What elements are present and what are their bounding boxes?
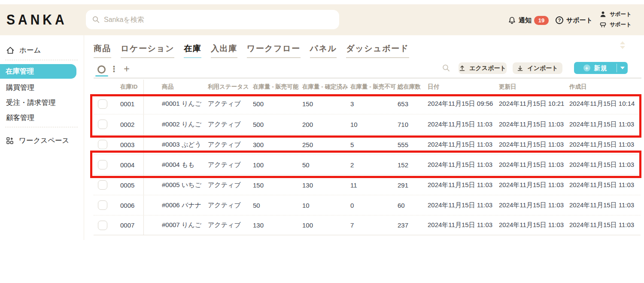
cell-updated: 2024年11月15日 10:21 xyxy=(497,100,568,108)
user-name: サポート xyxy=(610,11,632,18)
cell-total: 653 xyxy=(396,100,426,108)
user-menu[interactable]: サポート サポート xyxy=(599,10,632,29)
row-checkbox[interactable] xyxy=(98,180,107,190)
table-row-0002[interactable]: 0002#0002 りんごアクティブ500200107102024年11月15日… xyxy=(94,114,641,134)
sidebar-item-label: ホーム xyxy=(19,46,41,55)
checkbox-cell xyxy=(94,215,117,235)
tab-5[interactable]: パネル xyxy=(310,43,337,58)
checkbox-cell xyxy=(94,94,117,114)
column-header-id: 在庫ID xyxy=(117,80,144,94)
sidebar-item-home[interactable]: ホーム xyxy=(0,45,41,56)
chevron-down-icon xyxy=(620,67,625,69)
sidebar-item-label: 購買管理 xyxy=(6,83,34,92)
cell-available: 300 xyxy=(251,141,301,148)
cell-updated: 2024年11月15日 11:03 xyxy=(497,120,568,129)
row-checkbox[interactable] xyxy=(98,99,107,109)
table-body: 0001#0001 りんごアクティブ50015036532024年11月15日 … xyxy=(94,94,641,235)
new-button-main[interactable]: + 新規 xyxy=(574,62,617,74)
cell-available: 500 xyxy=(251,100,301,108)
import-button[interactable]: インポート xyxy=(513,62,562,74)
header-checkbox-cell xyxy=(94,80,117,94)
cell-status: アクティブ xyxy=(206,120,251,129)
table-row-0003[interactable]: 0003#0003 ぶどうアクティブ30025055552024年11月15日 … xyxy=(94,134,641,154)
cell-available: 150 xyxy=(251,181,301,189)
cell-updated: 2024年11月15日 11:03 xyxy=(497,181,568,189)
cell-updated: 2024年11月15日 11:03 xyxy=(497,141,568,149)
add-view-button[interactable]: + xyxy=(124,63,130,75)
sidebar-item-workspace[interactable]: ワークスペース xyxy=(0,135,69,146)
column-header-date: 日付 xyxy=(426,83,497,91)
sidebar-item-label: 受注・請求管理 xyxy=(6,98,56,108)
cell-id: 0004 xyxy=(117,155,144,175)
row-checkbox[interactable] xyxy=(98,160,107,169)
table-row-0006[interactable]: 0006#0006 バナナアクティブ50100602024年11月15日 11:… xyxy=(94,195,641,215)
bell-icon xyxy=(508,16,516,25)
column-header-product: 商品 xyxy=(144,83,206,91)
app-window: SANKA 通知 19 ? サポート サポート xyxy=(0,0,644,283)
cell-created: 2024年11月15日 11:03 xyxy=(568,120,641,129)
cell-date: 2024年11月15日 11:03 xyxy=(426,201,497,209)
cell-available: 130 xyxy=(251,221,301,229)
cell-available: 50 xyxy=(251,202,301,209)
table-search-icon[interactable] xyxy=(442,64,450,72)
help-label: サポート xyxy=(566,16,592,25)
tab-1[interactable]: ロケーション xyxy=(121,43,174,58)
sidebar-item-customers[interactable]: 顧客管理 xyxy=(0,112,34,123)
sidebar-item-label: 在庫管理 xyxy=(6,67,34,76)
cell-available: 500 xyxy=(251,121,301,128)
notifications-label: 通知 xyxy=(519,16,532,25)
new-button[interactable]: + 新規 xyxy=(574,62,628,74)
row-checkbox[interactable] xyxy=(98,120,107,129)
tab-6[interactable]: ダッシュボード xyxy=(346,43,409,58)
export-button[interactable]: エクスポート xyxy=(459,62,507,74)
help-button[interactable]: ? サポート xyxy=(556,15,592,25)
tab-0[interactable]: 商品 xyxy=(94,43,111,58)
tab-3[interactable]: 入出庫 xyxy=(211,43,237,58)
cell-product: #0003 ぶどう xyxy=(144,141,206,149)
sidebar-divider xyxy=(5,60,78,60)
download-icon xyxy=(517,65,523,71)
sidebar: ホーム 在庫管理 購買管理 受注・請求管理 顧客管理 ワークスペース xyxy=(0,35,84,240)
column-header-status: 利用ステータス xyxy=(206,83,251,91)
cell-total: 152 xyxy=(396,161,426,169)
cell-status: アクティブ xyxy=(206,181,251,189)
table-row-0005[interactable]: 0005#0005 いちごアクティブ150130112912024年11月15日… xyxy=(94,175,641,195)
cell-id: 0002 xyxy=(117,114,144,134)
cell-unavailable: 3 xyxy=(349,100,396,108)
cell-created: 2024年11月15日 11:03 xyxy=(568,181,641,189)
table-row-0004[interactable]: 0004#0004 ももアクティブ1005021522024年11月15日 11… xyxy=(94,154,641,175)
column-header-unavailable: 在庫量 - 販売不可 xyxy=(349,83,396,91)
cell-committed: 150 xyxy=(301,100,349,108)
kebab-menu-icon[interactable]: ⋮ xyxy=(110,64,118,74)
org-row: サポート xyxy=(599,20,632,29)
tab-4[interactable]: ワークフロー xyxy=(247,43,301,58)
table-row-0001[interactable]: 0001#0001 りんごアクティブ50015036532024年11月15日 … xyxy=(94,94,641,114)
cell-updated: 2024年11月15日 11:03 xyxy=(497,221,568,229)
table-row-0007[interactable]: 0007#0007 りんごアクティブ13010072372024年11月15日 … xyxy=(94,215,641,235)
notifications-button[interactable]: 通知 19 xyxy=(508,15,549,26)
row-checkbox[interactable] xyxy=(98,140,107,149)
import-label: インポート xyxy=(527,65,558,72)
cell-total: 710 xyxy=(396,121,426,128)
cell-created: 2024年11月15日 11:03 xyxy=(568,221,641,229)
cell-updated: 2024年11月15日 11:03 xyxy=(497,201,568,209)
cell-committed: 100 xyxy=(301,221,349,229)
sidebar-item-inventory[interactable]: 在庫管理 xyxy=(0,64,76,79)
cell-unavailable: 10 xyxy=(349,121,396,128)
cell-total: 555 xyxy=(396,141,426,148)
row-checkbox[interactable] xyxy=(98,221,107,230)
cell-unavailable: 5 xyxy=(349,141,396,148)
row-checkbox[interactable] xyxy=(98,200,107,210)
home-icon xyxy=(6,46,15,55)
cell-available: 100 xyxy=(251,161,301,169)
view-toggle-icon[interactable] xyxy=(97,65,106,74)
new-dropdown-button[interactable] xyxy=(617,62,628,74)
tab-2[interactable]: 在庫 xyxy=(184,43,201,58)
cell-status: アクティブ xyxy=(206,141,251,149)
cell-date: 2024年11月15日 11:03 xyxy=(426,181,497,189)
checkbox-cell xyxy=(94,135,117,154)
cell-product: #0002 りんご xyxy=(144,120,206,129)
sidebar-item-orders-billing[interactable]: 受注・請求管理 xyxy=(0,97,56,108)
search-input[interactable] xyxy=(104,16,333,24)
sidebar-item-purchasing[interactable]: 購買管理 xyxy=(0,82,34,93)
